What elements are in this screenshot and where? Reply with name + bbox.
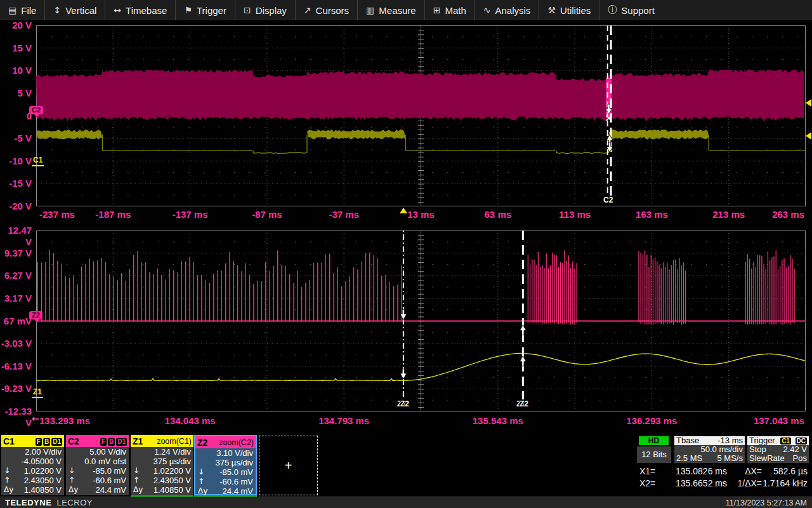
x2-label: X2= xyxy=(639,478,664,488)
c2-trace[interactable] xyxy=(36,69,804,121)
trigger-coupling-badge: DC xyxy=(796,438,807,444)
trigger-mode: Stop xyxy=(749,445,766,454)
trace-flag-badge: F xyxy=(100,438,107,446)
trigger-level-marker[interactable] xyxy=(806,99,811,107)
upper-cursor-label[interactable]: C2 xyxy=(603,196,613,204)
c1-trace[interactable] xyxy=(253,152,306,153)
menu-item-support[interactable]: ⓘSupport xyxy=(599,0,663,20)
menu-item-utilities[interactable]: ⚒Utilities xyxy=(539,0,599,20)
x-axis-label: -87 ms xyxy=(252,209,282,220)
descriptor-cursor-value: ↑2.43050 V xyxy=(1,476,64,485)
cursor-arrow-marker xyxy=(520,325,526,335)
c1-offset-marker[interactable]: C1 xyxy=(32,156,44,166)
hd-mode-badge[interactable]: HD xyxy=(639,436,669,445)
x2-value: 135.6652 ms xyxy=(664,478,727,488)
x-axis-label: -187 ms xyxy=(95,209,131,220)
plus-icon: + xyxy=(285,458,292,473)
y-axis-label: 0 xyxy=(0,110,32,122)
menu-item-vertical[interactable]: ↕Vertical xyxy=(44,0,105,20)
descriptor-cursor-value: ↓-85.0 mV xyxy=(66,466,129,476)
menu-item-measure[interactable]: ▥Measure xyxy=(357,0,424,20)
trigger-position-marker[interactable] xyxy=(400,208,407,213)
c1-trace[interactable] xyxy=(609,130,709,140)
cursor-value: 1.40850 V xyxy=(24,485,62,495)
menu-item-cursors[interactable]: ↗Cursors xyxy=(295,0,357,20)
arrow-down-icon: ↓ xyxy=(69,466,75,476)
delta-y-icon: Δy xyxy=(69,485,78,495)
menu-item-trigger[interactable]: ⚑Trigger xyxy=(175,0,235,20)
arrow-up-icon: ↑ xyxy=(4,476,10,485)
x-axis-label: 134.793 ms xyxy=(318,415,369,426)
descriptor-c2[interactable]: C2FBD15.00 V/div0.0 mV ofst↓-85.0 mV↑-60… xyxy=(66,435,129,495)
cursor-label-z2: Z2 xyxy=(400,399,409,408)
arrow-up-icon: ↑ xyxy=(69,476,75,485)
descriptor-cursor-value: ↑-60.6 mV xyxy=(66,476,129,485)
descriptor-value: 5.00 V/div xyxy=(66,447,129,457)
trace-id: Z1 xyxy=(133,436,143,446)
adc-bits-box[interactable]: 12 Bits xyxy=(637,446,671,463)
cursor-value: 1.02200 V xyxy=(154,466,191,476)
c1-trace[interactable] xyxy=(307,130,405,140)
x-axis-label: -237 ms xyxy=(39,209,75,220)
x-axis-label: 134.043 ms xyxy=(165,415,216,426)
trigger-box[interactable]: Trigger C1 DC Stop 2.42 V SlewRate Pos xyxy=(747,436,809,463)
channel-level-marker[interactable] xyxy=(806,132,811,140)
menu-item-timebase[interactable]: ↔Timebase xyxy=(105,0,175,20)
delta-y-icon: Δy xyxy=(4,485,13,495)
pan-left-arrow[interactable]: ← xyxy=(32,413,39,424)
zoom-grid-canvas[interactable] xyxy=(36,231,806,411)
c1-trace[interactable] xyxy=(102,150,252,150)
menu-item-display[interactable]: ⊡Display xyxy=(235,0,295,20)
zoom-cursor1-label[interactable]: Z1Z2 xyxy=(397,399,409,408)
x-axis-label: 13 ms xyxy=(407,209,435,220)
menu-item-file[interactable]: ▤File xyxy=(0,0,44,20)
descriptor-z1[interactable]: Z1zoom(C1)1.24 V/div375 µs/div↓1.02200 V… xyxy=(131,435,193,495)
descriptor-z2[interactable]: Z2zoom(C2)3.10 V/div375 µs/div↓-85.0 mV↑… xyxy=(194,435,257,495)
x-axis-label: 137.043 ms xyxy=(754,415,804,426)
z1-offset-marker[interactable]: Z1 xyxy=(32,387,43,398)
x-axis-label: 113 ms xyxy=(559,209,591,220)
menu-item-label: Support xyxy=(621,5,655,16)
brand-teledyne: TELEDYNE xyxy=(5,498,51,507)
menu-item-label: Math xyxy=(445,5,466,16)
z2-offset-marker[interactable]: Z2 xyxy=(29,311,43,319)
menu-item-label: Display xyxy=(256,5,287,16)
trace-id: C1 xyxy=(3,436,15,446)
x-axis-label: 63 ms xyxy=(485,209,512,220)
add-trace-box[interactable]: + xyxy=(259,436,318,495)
file-icon: ▤ xyxy=(8,5,16,15)
zoom-source-label: zoom(C2) xyxy=(219,438,254,447)
c1-trace[interactable] xyxy=(36,130,102,140)
c1-trace[interactable] xyxy=(556,152,607,153)
delta-y-icon: Δy xyxy=(133,485,143,495)
trigger-icon: ⚑ xyxy=(184,5,192,15)
main-waveform-grid[interactable] xyxy=(36,25,806,206)
y-axis-label: -15 V xyxy=(0,178,32,189)
cursor-value: 2.43050 V xyxy=(154,476,191,485)
trigger-label: Trigger xyxy=(749,436,775,445)
trigger-level: 2.42 V xyxy=(783,445,807,454)
menu-item-label: Trigger xyxy=(197,5,226,16)
arrow-down-icon: ↓ xyxy=(133,466,140,476)
math-icon: ⊞ xyxy=(433,5,441,15)
c1-trace[interactable] xyxy=(405,150,555,150)
descriptor-c1[interactable]: C1FBD12.00 V/div-4.05000 V↓1.02200 V↑2.4… xyxy=(1,435,64,495)
descriptor-value: 375 µs/div xyxy=(131,457,193,466)
menu-item-math[interactable]: ⊞Math xyxy=(424,0,475,20)
y-axis-label: 5 V xyxy=(0,88,32,99)
main-grid-canvas[interactable] xyxy=(36,25,806,206)
menu-item-analysis[interactable]: ∿Analysis xyxy=(475,0,539,20)
menu-item-label: Utilities xyxy=(560,5,591,16)
trace-flag-badge: B xyxy=(108,438,115,446)
c1-trace[interactable] xyxy=(709,150,805,150)
trace-id: Z2 xyxy=(197,438,207,448)
x-axis-label: 263 ms xyxy=(772,209,804,220)
descriptor-header: Z1zoom(C1) xyxy=(131,435,193,447)
y-axis-label: 3.17 V xyxy=(0,293,32,304)
zoom-waveform-grid[interactable] xyxy=(36,231,806,411)
descriptor-cursor-value: ↑-60.6 mV xyxy=(195,477,256,486)
c2-offset-marker[interactable]: C2 xyxy=(29,106,43,114)
zoom-cursor2-label[interactable]: Z1Z2 xyxy=(516,399,528,408)
x1-label: X1= xyxy=(639,466,664,476)
timebase-box[interactable]: Tbase -13 ms 50.0 ms/div 2.5 MS 5 MS/s xyxy=(674,436,745,463)
